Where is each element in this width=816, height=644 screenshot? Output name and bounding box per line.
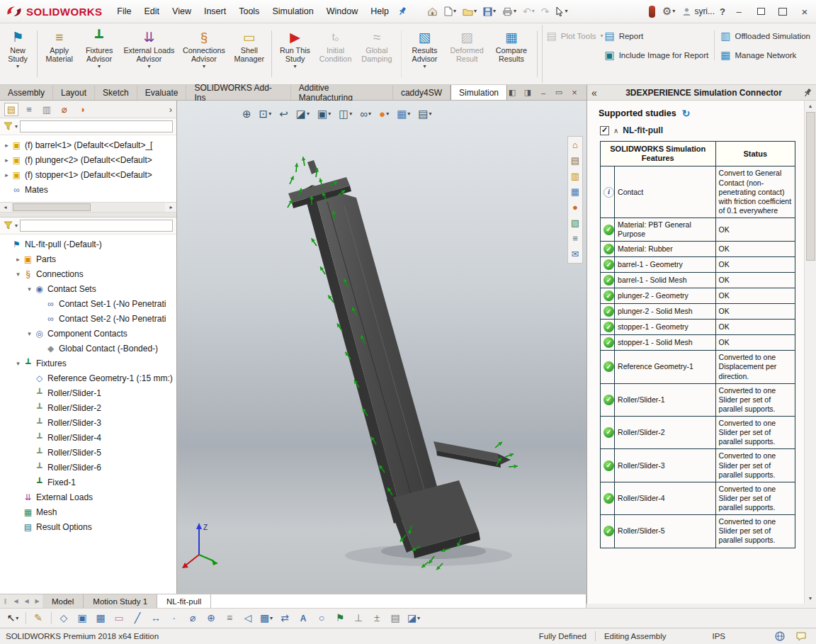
menu-item[interactable]: Tools <box>232 4 266 19</box>
tree-item[interactable]: Contact Set-2 (-No Penetrati <box>0 311 176 326</box>
tree-item[interactable]: Roller/Slider-1 <box>0 385 176 400</box>
expand-arrow-icon[interactable]: ▸ <box>14 256 22 263</box>
design-library-icon[interactable] <box>568 154 582 167</box>
scroll-first-tab-icon[interactable] <box>11 594 21 608</box>
expand-arrow-icon[interactable]: ▾ <box>26 330 33 337</box>
relations-tool-icon[interactable] <box>221 610 238 626</box>
displaymanager-tab-icon[interactable] <box>75 103 89 116</box>
tree-item[interactable]: Fixed-1 <box>0 475 176 490</box>
move-tool-icon[interactable] <box>276 610 293 626</box>
study-checkbox[interactable] <box>600 126 609 135</box>
separator[interactable] <box>48 610 54 626</box>
feature-filter-input[interactable] <box>20 120 173 132</box>
configurationmanager-tab-icon[interactable] <box>40 103 54 116</box>
menu-item[interactable]: Help <box>364 4 395 19</box>
tab-sketch[interactable]: Sketch <box>95 85 137 100</box>
connections-advisor-button[interactable]: Connections Advisor <box>178 25 230 83</box>
pane-close-icon[interactable] <box>570 87 579 98</box>
pane-left-icon[interactable] <box>507 88 517 97</box>
quick-tip-icon[interactable] <box>796 632 806 641</box>
scrollbar-thumb[interactable] <box>13 203 91 211</box>
file-explorer-icon[interactable] <box>568 170 582 183</box>
tab-motion-study-1[interactable]: Motion Study 1 <box>84 594 157 608</box>
tree-item[interactable]: NL-fit-pull (-Default-) <box>0 237 176 252</box>
coordinate-system-tool-icon[interactable] <box>203 610 220 626</box>
tree-item[interactable]: Roller/Slider-6 <box>0 460 176 475</box>
tab-simulation[interactable]: Simulation <box>450 85 507 100</box>
scroll-prev-tab-icon[interactable] <box>21 594 32 608</box>
help-button[interactable]: ? <box>720 6 725 17</box>
menu-item[interactable]: View <box>166 4 198 19</box>
tree-item[interactable]: ▸ (f) barrel<1> (Default<<Default>_[ <box>0 137 176 152</box>
panel-splitter[interactable] <box>0 213 176 218</box>
tree-item[interactable]: ▾ Connections <box>0 266 176 281</box>
plot-tools-button[interactable]: Plot Tools <box>547 30 604 41</box>
home-button[interactable] <box>425 5 440 18</box>
open-button[interactable] <box>460 6 479 18</box>
scroll-left-icon[interactable]: ◂ <box>0 204 11 210</box>
zoom-to-area-icon[interactable] <box>258 108 273 120</box>
web-globe-icon[interactable] <box>775 631 785 641</box>
mirror-tool-icon[interactable] <box>239 610 256 626</box>
tree-item[interactable]: External Loads <box>0 490 176 504</box>
custom-properties-icon[interactable] <box>568 232 582 245</box>
pane-float-icon[interactable] <box>554 88 564 97</box>
filter-dropdown-icon[interactable] <box>15 222 18 229</box>
pane-minimize-icon[interactable] <box>538 89 548 97</box>
tree-item[interactable]: ▸ (f) plunger<2> (Default<<Default> <box>0 152 176 167</box>
table-tool-icon[interactable] <box>387 610 404 626</box>
study-filter-input[interactable] <box>20 220 173 232</box>
initial-condition-button[interactable]: Initial Condition <box>315 25 356 83</box>
new-study-button[interactable]: New Study <box>1 25 34 83</box>
dimension-tool-icon[interactable] <box>147 610 164 626</box>
tree-item[interactable]: Reference Geometry-1 (:15 mm:) <box>0 371 176 385</box>
options-gear-button[interactable]: ⚙ <box>660 4 677 19</box>
expand-arrow-icon[interactable]: ▸ <box>3 171 11 179</box>
compare-results-button[interactable]: Compare Results <box>489 25 534 83</box>
propertymanager-tab-icon[interactable] <box>22 103 36 116</box>
dimxpertmanager-tab-icon[interactable] <box>57 103 72 116</box>
deformed-result-button[interactable]: Deformed Result <box>445 25 489 83</box>
tree-item[interactable]: Contact Set-1 (-No Penetrati <box>0 296 176 311</box>
scrollbar-track[interactable] <box>11 203 165 212</box>
home-icon[interactable] <box>568 139 582 152</box>
offloaded-simulation-button[interactable]: Offloaded Simulation <box>720 30 810 41</box>
balloon-tool-icon[interactable] <box>313 610 330 626</box>
print-button[interactable] <box>500 6 518 18</box>
assembly-model[interactable] <box>288 160 511 558</box>
scroll-right-icon[interactable]: ▸ <box>166 204 176 210</box>
collapse-study-icon[interactable] <box>613 127 618 135</box>
flag-tool-icon[interactable] <box>332 610 348 626</box>
scroll-up-icon[interactable] <box>805 101 816 111</box>
save-button[interactable] <box>481 6 498 18</box>
scenes-icon[interactable] <box>568 217 582 230</box>
graphics-area[interactable]: Z <box>177 101 586 594</box>
eraser-tool-icon[interactable] <box>110 610 128 626</box>
tree-item[interactable]: Roller/Slider-4 <box>0 430 176 445</box>
tree-item[interactable]: ▸ (f) stopper<1> (Default<<Default> <box>0 167 176 182</box>
tab-overflow-chevron-icon[interactable] <box>169 104 172 115</box>
view-orientation-icon[interactable] <box>316 108 332 120</box>
redo-button[interactable]: ↷ <box>539 4 552 18</box>
manage-network-button[interactable]: Manage Network <box>720 50 810 60</box>
undo-button[interactable]: ↶ <box>521 4 537 18</box>
tolerance-tool-icon[interactable] <box>368 610 385 626</box>
apply-scene-icon[interactable] <box>395 108 412 120</box>
pane-right-icon[interactable] <box>523 88 533 97</box>
featuremanager-tab-icon[interactable] <box>4 103 18 116</box>
pattern-tool-icon[interactable] <box>258 610 275 626</box>
tree-item[interactable]: Result Options <box>0 519 176 534</box>
expand-arrow-icon[interactable]: ▾ <box>14 271 22 278</box>
fixtures-advisor-button[interactable]: Fixtures Advisor <box>79 25 120 83</box>
filter-dropdown-icon[interactable] <box>15 123 18 130</box>
menu-item[interactable]: Insert <box>198 4 232 19</box>
assembly-tool-icon[interactable] <box>92 610 109 626</box>
tab-splitter-icon[interactable] <box>0 594 11 608</box>
comment-tool-icon[interactable] <box>30 610 47 626</box>
new-document-button[interactable] <box>442 5 458 18</box>
include-image-button[interactable]: Include Image for Report <box>604 50 708 60</box>
tree-item[interactable]: Roller/Slider-5 <box>0 445 176 460</box>
restore-button[interactable] <box>752 4 769 18</box>
pin-panel-icon[interactable] <box>803 88 812 98</box>
tree-item[interactable]: ▾ Fixtures <box>0 356 176 371</box>
